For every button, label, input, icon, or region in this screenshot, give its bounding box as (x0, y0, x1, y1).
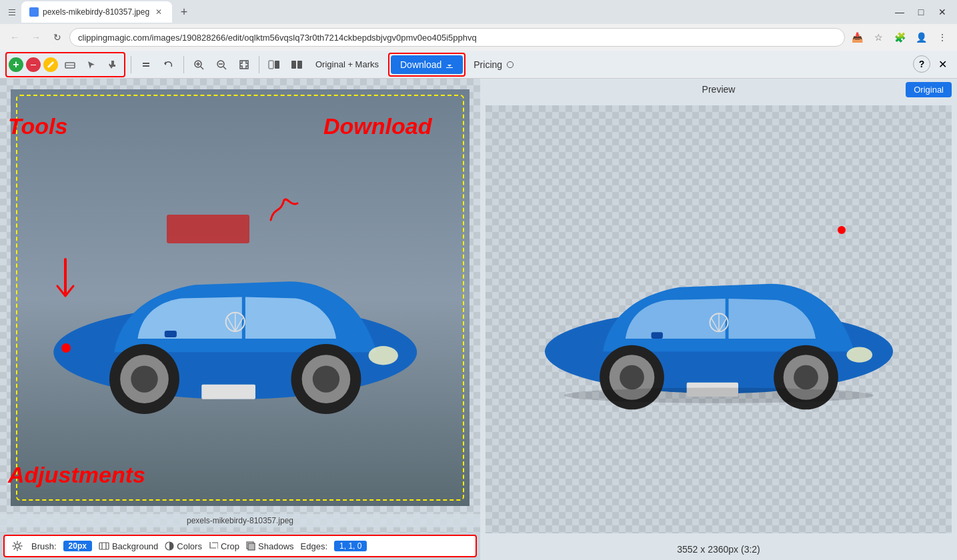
red-dot-left (61, 343, 71, 353)
colors-label: Colors (177, 541, 202, 551)
preview-area[interactable]: clippingMagic.com (486, 105, 952, 533)
pricing-button[interactable]: Pricing (469, 59, 518, 70)
dropdown-button[interactable] (137, 55, 155, 74)
back-button[interactable]: ← (5, 28, 24, 47)
right-panel-header: Preview Original (480, 79, 957, 100)
car-image (11, 89, 469, 506)
tab-title: pexels-mikebirdy-810357.jpeg (43, 7, 149, 17)
zoom-in-button[interactable] (189, 55, 208, 74)
divider-1 (131, 56, 131, 73)
red-brush-mark (167, 215, 249, 244)
tab-favicon (29, 7, 39, 17)
crop-label: Crop (221, 541, 239, 551)
browser-chrome: pexels-mikebirdy-810357.jpeg ✕ + — □ ✕ ←… (0, 0, 957, 51)
svg-point-27 (15, 544, 19, 548)
image-info: 3552 x 2360px (3:2) (480, 539, 957, 560)
original-button[interactable]: Original (906, 82, 952, 97)
main-content: Tools Download Adjustments (0, 79, 957, 560)
profile-button[interactable]: 👤 (912, 28, 930, 47)
url-bar[interactable]: clippingmagic.com/images/190828266/edit/… (69, 28, 845, 47)
forward-button[interactable]: → (27, 28, 45, 47)
svg-point-35 (620, 365, 644, 390)
keep-tool-button[interactable]: + (9, 57, 23, 72)
extensions-button[interactable]: 🧩 (890, 28, 909, 47)
svg-rect-11 (291, 61, 296, 69)
nav-bar: ← → ↻ clippingmagic.com/images/190828266… (0, 24, 957, 51)
bottom-toolbar: Brush: 20px Background Colors Crop Shado… (3, 535, 477, 557)
tools-group: + (5, 52, 125, 77)
cast-button[interactable]: 📥 (848, 28, 866, 47)
close-button[interactable]: ✕ (933, 3, 952, 21)
dual-view-button[interactable] (287, 55, 306, 74)
svg-line-6 (223, 67, 226, 69)
divider-2 (183, 56, 184, 73)
maximize-button[interactable]: □ (912, 3, 930, 21)
app: + (0, 51, 957, 560)
shadows-item[interactable]: Shadows (246, 541, 293, 551)
close-panel-button[interactable]: ✕ (933, 55, 952, 74)
brush-label: Brush: (31, 541, 57, 551)
divider-3 (259, 56, 259, 73)
zoom-out-button[interactable] (212, 55, 231, 74)
brush-size-badge: 20px (63, 541, 92, 551)
arrow-tool-button[interactable] (82, 55, 101, 74)
help-button[interactable]: ? (913, 55, 930, 73)
reload-button[interactable]: ↻ (48, 28, 67, 47)
active-tab[interactable]: pexels-mikebirdy-810357.jpeg ✕ (21, 1, 172, 23)
pricing-label: Pricing (473, 59, 502, 70)
tab-list-button[interactable] (5, 5, 19, 19)
svg-rect-12 (297, 61, 302, 69)
svg-line-2 (201, 67, 203, 69)
preview-car: clippingMagic.com (526, 186, 912, 453)
undo-button[interactable] (159, 55, 178, 74)
url-text: clippingmagic.com/images/190828266/edit/… (78, 33, 836, 43)
canvas-area[interactable]: pexels-mikebirdy-810357.jpeg (0, 79, 480, 533)
svg-rect-28 (99, 543, 109, 549)
shadows-label: Shadows (258, 541, 293, 551)
bookmark-button[interactable]: ☆ (869, 28, 888, 47)
red-scribble (267, 193, 301, 227)
view-label: Original + Marks (315, 59, 379, 69)
svg-rect-31 (248, 543, 255, 550)
edges-label: Edges: (301, 541, 327, 551)
svg-point-46 (564, 387, 874, 403)
toggle-view-button[interactable] (265, 55, 283, 74)
crop-item[interactable]: Crop (209, 541, 239, 551)
tab-close-button[interactable]: ✕ (153, 7, 164, 17)
svg-rect-9 (269, 61, 273, 69)
svg-rect-8 (240, 61, 248, 69)
window-controls: — □ ✕ (890, 3, 952, 21)
pan-tool-button[interactable] (103, 55, 122, 74)
right-panel: Preview Original (480, 79, 957, 560)
svg-point-38 (794, 365, 818, 390)
svg-rect-10 (275, 61, 279, 69)
fit-button[interactable] (235, 55, 253, 74)
filename-label: pexels-mikebirdy-810357.jpeg (0, 514, 480, 527)
settings-button[interactable] (10, 539, 25, 553)
preview-car-svg (526, 186, 912, 453)
download-label: Download (400, 59, 441, 70)
left-panel: pexels-mikebirdy-810357.jpeg Brush: 20px… (0, 79, 480, 560)
eraser-button[interactable] (61, 55, 79, 74)
menu-button[interactable]: ⋮ (933, 28, 952, 47)
svg-rect-40 (651, 332, 662, 339)
background-label: Background (112, 541, 158, 551)
selection-border (16, 95, 464, 501)
svg-point-39 (846, 347, 872, 363)
download-group: Download (388, 53, 465, 77)
new-tab-button[interactable]: + (175, 3, 193, 21)
toolbar: + (0, 51, 957, 79)
preview-label: Preview (702, 84, 736, 95)
edges-value-badge: 1, 1, 0 (334, 541, 367, 551)
transparent-bg (11, 89, 469, 506)
magic-brush-button[interactable] (43, 57, 58, 72)
tab-bar: pexels-mikebirdy-810357.jpeg ✕ + — □ ✕ (0, 0, 957, 24)
red-arrow-left (52, 256, 79, 303)
minimize-button[interactable]: — (890, 3, 909, 21)
colors-item[interactable]: Colors (165, 541, 202, 551)
remove-tool-button[interactable] (26, 57, 41, 72)
download-button[interactable]: Download (391, 55, 463, 74)
background-item[interactable]: Background (99, 541, 158, 551)
